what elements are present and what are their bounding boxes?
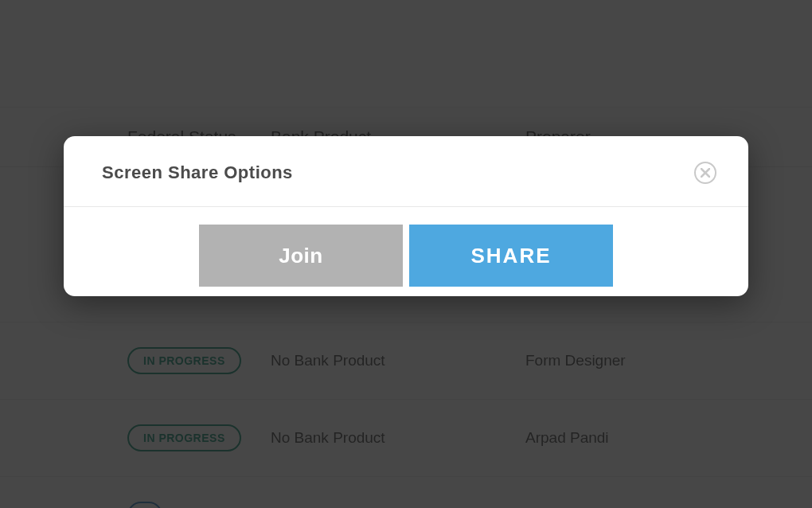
modal-header: Screen Share Options <box>64 136 748 207</box>
modal-body: Join SHARE <box>64 207 748 296</box>
share-button[interactable]: SHARE <box>409 225 613 287</box>
modal-title: Screen Share Options <box>102 162 293 183</box>
modal-overlay: Screen Share Options Join SHARE <box>0 0 812 508</box>
close-icon <box>701 168 710 178</box>
join-button[interactable]: Join <box>199 225 403 287</box>
screen-share-modal: Screen Share Options Join SHARE <box>64 136 748 296</box>
close-button[interactable] <box>694 162 716 184</box>
